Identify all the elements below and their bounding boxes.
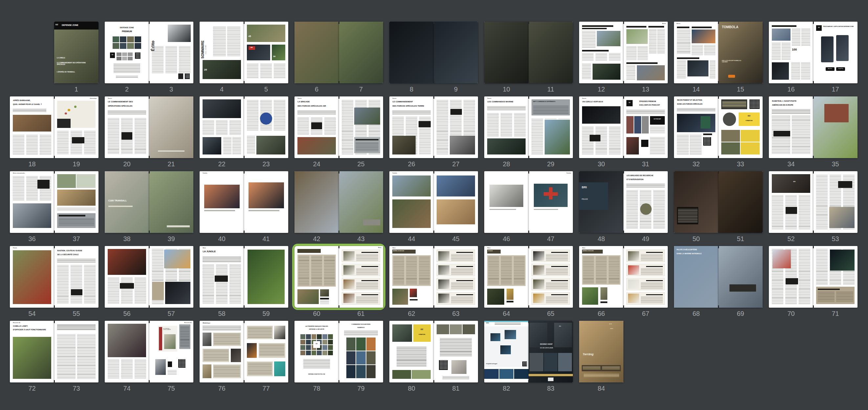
- page-thumbnail[interactable]: COMMANDEZ NOS ANCIENSNUMÉROS: [339, 321, 383, 382]
- page-thumbnail[interactable]: MatosMATÉRIEL DE SECOURS: [579, 246, 623, 308]
- page-thumbnail[interactable]: LES BRIGADES DE RECHERCHEET D'INTERVENTI…: [623, 171, 668, 233]
- page-thumbnail[interactable]: [244, 171, 288, 233]
- page-thumbnail[interactable]: [389, 22, 434, 83]
- thumb-text-block: [214, 334, 240, 345]
- page-thumbnail[interactable]: BRI: [769, 171, 813, 233]
- page-thumbnail[interactable]: [718, 171, 763, 233]
- page-thumbnail[interactable]: C160 TRANSALL: [105, 171, 149, 233]
- page-thumbnail[interactable]: [54, 171, 98, 233]
- spread-fold: [339, 96, 339, 158]
- page-thumbnail[interactable]: [434, 246, 478, 308]
- page-thumbnail[interactable]: Portrait: [10, 246, 54, 308]
- page-thumbnail[interactable]: [434, 321, 478, 382]
- page-thumbnail[interactable]: [294, 246, 339, 308]
- page-thumbnail[interactable]: Portfolio: [199, 171, 244, 233]
- thumb-title: Brèves: [656, 23, 666, 25]
- page-thumbnail[interactable]: Édito: [149, 22, 193, 83]
- page-thumbnail[interactable]: SOMMAIREJanvier - mars 202320: [199, 22, 244, 83]
- page-thumbnail[interactable]: [339, 96, 383, 158]
- spread: DossierLE COMMANDEMENT DESOPÉRATIONS SPÉ…: [105, 96, 193, 158]
- page-thumbnail[interactable]: DZFORMATIONS: [718, 96, 763, 158]
- page-thumbnail[interactable]: DEFENSE ZONEPREMIUMDZ: [105, 22, 149, 83]
- page-thumbnail[interactable]: [813, 246, 858, 308]
- page-thumbnail[interactable]: Brèves: [623, 22, 668, 83]
- page-thumbnail[interactable]: DossierUN CERCLE VERTUEUX: [579, 96, 623, 158]
- page-thumbnail[interactable]: [579, 22, 623, 83]
- thumbnail-slot: 6REDelstoglobal.com/ruggedIFSDEVENEZ AGE…: [484, 321, 573, 392]
- page-thumbnail[interactable]: DZFORMATIONS: [389, 321, 434, 382]
- page-thumbnail[interactable]: DossierLA BRIGADEDES FORCES SPÉCIALES AI…: [294, 96, 339, 158]
- product-photo: [343, 251, 354, 261]
- page-thumbnail[interactable]: RECRUTEMENT ET SÉLECTIONDANS LES FORCES …: [674, 96, 718, 158]
- thumb-photo: [247, 343, 257, 358]
- page-thumbnail[interactable]: [529, 22, 573, 83]
- page-thumbnail[interactable]: 5.11arktisTerräng: [579, 321, 623, 382]
- page-thumbnail[interactable]: MatosLA JUNGLE: [199, 246, 244, 308]
- page-thumbnail[interactable]: Brèves: [674, 22, 718, 83]
- thumb-bar: [785, 207, 797, 214]
- page-thumbnail[interactable]: DossierLE COMMANDEMENTDES FORCES SPÉCIAL…: [389, 96, 434, 158]
- page-thumbnail[interactable]: [484, 171, 529, 233]
- page-thumbnail[interactable]: [105, 321, 149, 382]
- page-thumbnail[interactable]: [339, 171, 383, 233]
- page-thumbnail[interactable]: BASTIEN, COUTEAU SUISSEDE LA SÉCURITÉ CI…: [54, 246, 98, 308]
- page-thumbnail[interactable]: [484, 22, 529, 83]
- page-thumbnail[interactable]: [149, 96, 193, 158]
- thumb-photo: [772, 29, 790, 41]
- page-thumbnail[interactable]: [339, 22, 383, 83]
- page-thumbnail[interactable]: 6REDelstoglobal.com/rugged: [484, 321, 529, 382]
- page-thumbnail[interactable]: Médiathèque: [199, 321, 244, 382]
- page-thumbnail[interactable]: DZÉPISODES PREMIUMEXCLUSIFS DU PODCASTDZ…: [623, 96, 668, 158]
- page-thumbnail[interactable]: [674, 171, 718, 233]
- page-thumbnail[interactable]: [769, 246, 813, 308]
- page-thumbnail[interactable]: [244, 246, 288, 308]
- thumbnail-slot: Matos6061: [294, 246, 383, 317]
- page-thumbnail[interactable]: [244, 96, 288, 158]
- product-description: [356, 297, 378, 303]
- page-thumbnail[interactable]: MatosLES SACS: [484, 246, 529, 308]
- page-thumbnail[interactable]: [149, 246, 193, 308]
- page-thumbnail[interactable]: DossierLE COMMANDEMENT DESOPÉRATIONS SPÉ…: [105, 96, 149, 158]
- page-thumbnail[interactable]: Matos: [339, 246, 383, 308]
- page-thumbnail[interactable]: 45BRI58: [244, 22, 288, 83]
- page-thumbnail[interactable]: Brèves internationales: [10, 171, 54, 233]
- page-thumbnail[interactable]: LA PREMIÈRE BANQUE D'IMAGESDÉFENSE & SÉC…: [294, 321, 339, 382]
- page-thumbnail[interactable]: RAMSTEIN, L'AVANT-POSTEAMÉRICAIN EN EURO…: [769, 96, 813, 158]
- page-thumbnail[interactable]: 100: [769, 22, 813, 83]
- page-thumbnail[interactable]: [244, 321, 288, 382]
- page-thumbnail[interactable]: MatosMATÉRIEL DE BIVOUAC: [389, 246, 434, 308]
- page-thumbnail[interactable]: [718, 246, 763, 308]
- page-thumbnail[interactable]: Rencontre DZLE CHOIX DE L'ENGAGEMENT: [149, 321, 193, 382]
- page-thumbnail[interactable]: [434, 96, 478, 158]
- page-thumbnail[interactable]: Portfolio: [389, 171, 434, 233]
- thumb-bar: [600, 301, 608, 303]
- page-thumbnail[interactable]: Portfolio: [529, 171, 573, 233]
- spread: Rencontre DZLE CHOIX DE L'ENGAGEMENT: [105, 321, 193, 382]
- page-thumbnail[interactable]: TOMBOLADES LOTS EXCEPTIONNELS À GAGNER: [718, 22, 763, 83]
- page-thumbnail[interactable]: [199, 96, 244, 158]
- page-thumbnail[interactable]: [813, 96, 858, 158]
- page-thumbnail[interactable]: BRIPOLICE: [579, 171, 623, 233]
- page-thumbnail[interactable]: APRÈS BARKHANE,QUEL AVENIR POUR LE SAHEL…: [10, 96, 54, 158]
- page-thumbnail[interactable]: [434, 171, 478, 233]
- page-thumbnail[interactable]: [813, 171, 858, 233]
- page-thumbnail[interactable]: [54, 321, 98, 382]
- page-thumbnail[interactable]: PILOTE D'HÉLICOPTÈREDANS LA MARINE NATIO…: [674, 246, 718, 308]
- page-thumbnail[interactable]: DossierLES COMMANDOS MARINE: [484, 96, 529, 158]
- page-thumbnail[interactable]: SEPT COMMANDOS DIFFÉRENTS: [529, 96, 573, 158]
- page-thumbnail[interactable]: [623, 246, 668, 308]
- page-thumbnail[interactable]: [294, 22, 339, 83]
- page-thumbnail[interactable]: DZTÉLÉCHARGEZ L'APPLICATION DEFENSE ZONE…: [813, 22, 858, 83]
- page-thumbnail[interactable]: DZDEFENSE ZONELA JUNGLELE COMMANDEMENT D…: [54, 22, 98, 83]
- page-thumbnail[interactable]: [434, 22, 478, 83]
- page-thumbnail[interactable]: Rencontre DZCAMILLE LANET,D'OFFICIER À H…: [10, 321, 54, 382]
- spread: 5.11arktisTerräng: [579, 321, 623, 382]
- page-thumbnail[interactable]: IFSDEVENEZ AGENTDE SÉCURITÉ ARMÉ: [529, 321, 573, 382]
- page-thumbnail[interactable]: [105, 246, 149, 308]
- thumb-title: DES FORCES SPÉCIALES AIR: [298, 105, 336, 107]
- page-thumbnail[interactable]: [149, 171, 193, 233]
- page-thumbnail[interactable]: [529, 246, 573, 308]
- page-thumbnail[interactable]: [294, 171, 339, 233]
- page-thumbnail[interactable]: Géostratégie: [54, 96, 98, 158]
- thumb-text-block: [13, 109, 46, 112]
